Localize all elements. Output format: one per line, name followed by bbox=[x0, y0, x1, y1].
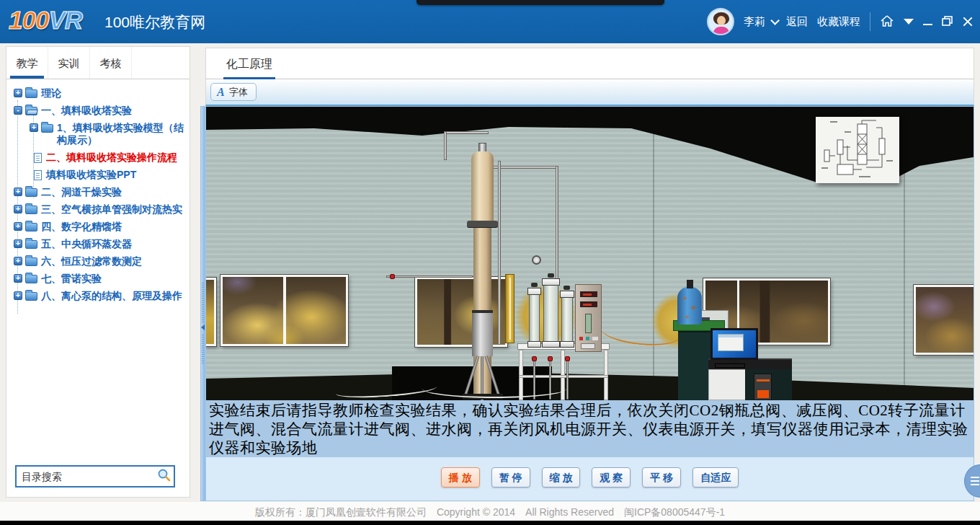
expand-plus-icon[interactable] bbox=[14, 239, 22, 248]
favorite-course-button[interactable]: 收藏课程 bbox=[817, 15, 860, 29]
tab-teaching[interactable]: 教学 bbox=[6, 47, 48, 79]
footer: 版权所有：厦门凤凰创壹软件有限公司 Copyright © 2014 All R… bbox=[0, 502, 980, 521]
search-input[interactable] bbox=[17, 471, 157, 482]
collapse-arrow-icon[interactable] bbox=[201, 325, 205, 330]
dropdown-triangle-icon[interactable] bbox=[904, 19, 914, 25]
sidebar-tabs: 教学 实训 考核 bbox=[6, 47, 190, 79]
sidebar-splitter[interactable] bbox=[200, 106, 205, 501]
back-button[interactable]: 返回 bbox=[786, 15, 808, 29]
cylinder-valve bbox=[687, 280, 693, 288]
tree-item-label: 二、填料吸收塔实验操作流程 bbox=[46, 151, 177, 164]
digital-display bbox=[580, 301, 597, 307]
document-icon bbox=[34, 153, 42, 163]
font-button[interactable]: A 字体 bbox=[210, 83, 257, 101]
minimize-icon[interactable] bbox=[923, 24, 932, 25]
panel-buttons bbox=[579, 337, 598, 340]
expand-plus-icon[interactable] bbox=[14, 291, 22, 300]
course-tree: 理论 一、填料吸收塔实验 1、填料吸收塔实验模型（结构展示） 二、填料吸收塔实验… bbox=[6, 80, 187, 454]
expand-plus-icon[interactable] bbox=[14, 89, 22, 97]
rotameter bbox=[543, 283, 558, 343]
tree-item-model-structure[interactable]: 1、填料吸收塔实验模型（结构展示） bbox=[14, 122, 187, 146]
logo-100: 100 bbox=[9, 6, 48, 34]
tree-item-centrifugal-pump[interactable]: 八、离心泵的结构、原理及操作 bbox=[14, 290, 187, 302]
valve-icon bbox=[532, 356, 537, 361]
pipe bbox=[444, 131, 489, 134]
expand-plus-icon[interactable] bbox=[14, 257, 22, 265]
avatar-face bbox=[717, 16, 726, 25]
keyboard bbox=[715, 363, 745, 368]
tree-item-central-evaporator[interactable]: 五、中央循环蒸发器 bbox=[14, 238, 187, 250]
viewer-toolbar: A 字体 bbox=[205, 79, 974, 106]
tree-item-packed-absorption[interactable]: 一、填料吸收塔实验 bbox=[14, 105, 187, 117]
flow-diagram-poster bbox=[816, 117, 899, 183]
window-far-right bbox=[914, 285, 974, 355]
tree-item-label: 一、填料吸收塔实验 bbox=[41, 105, 132, 117]
zoom-button[interactable]: 缩 放 bbox=[542, 467, 581, 488]
tree-item-operation-flow[interactable]: 二、填料吸收塔实验操作流程 bbox=[14, 151, 187, 164]
pipe bbox=[498, 161, 501, 345]
rotameter bbox=[529, 293, 540, 343]
font-button-label: 字体 bbox=[229, 86, 248, 99]
expand-plus-icon[interactable] bbox=[14, 188, 22, 196]
tree-item-label: 七、雷诺实验 bbox=[41, 273, 102, 285]
vr-scene[interactable] bbox=[206, 107, 974, 400]
avatar-body bbox=[713, 27, 729, 35]
collapse-minus-icon[interactable] bbox=[14, 106, 22, 115]
valve-icon bbox=[565, 356, 570, 361]
user-avatar[interactable] bbox=[707, 8, 734, 35]
home-icon[interactable] bbox=[880, 14, 894, 30]
window-left bbox=[220, 275, 348, 346]
tree-item-digital-distillation[interactable]: 四、数字化精馏塔 bbox=[14, 221, 187, 233]
tree-item-tunnel-drying[interactable]: 二、洞道干燥实验 bbox=[14, 186, 187, 198]
logo-vr: VR bbox=[48, 6, 82, 34]
level-indicator bbox=[585, 314, 592, 333]
observe-button[interactable]: 观 察 bbox=[592, 467, 631, 488]
valve-icon bbox=[390, 274, 395, 279]
folder-icon bbox=[25, 257, 37, 266]
auto-fit-button[interactable]: 自适应 bbox=[692, 467, 739, 488]
chevron-down-icon[interactable] bbox=[770, 16, 780, 25]
control-panel bbox=[575, 284, 602, 352]
tab-chemical-engineering[interactable]: 化工原理 bbox=[223, 48, 275, 79]
tree-item-experiment-ppt[interactable]: 填料吸收塔实验PPT bbox=[14, 169, 187, 181]
tree-item-label: 五、中央循环蒸发器 bbox=[41, 238, 132, 250]
pause-button[interactable]: 暂 停 bbox=[491, 467, 530, 488]
tree-item-theory[interactable]: 理论 bbox=[14, 87, 187, 100]
copyright-text: 版权所有：厦门凤凰创壹软件有限公司 Copyright © 2014 All R… bbox=[0, 506, 980, 519]
pipe bbox=[566, 361, 569, 400]
window-middle bbox=[415, 277, 507, 347]
column-flange bbox=[467, 221, 498, 227]
tree-item-reynolds[interactable]: 七、雷诺实验 bbox=[14, 273, 187, 285]
expand-plus-icon[interactable] bbox=[14, 222, 22, 231]
tree-item-label: 八、离心泵的结构、原理及操作 bbox=[41, 290, 182, 302]
folder-icon bbox=[25, 240, 37, 249]
tree-item-air-convection[interactable]: 三、空气横掠单管强制对流热实 bbox=[14, 203, 187, 216]
expand-plus-icon[interactable] bbox=[30, 123, 38, 132]
expand-plus-icon[interactable] bbox=[14, 274, 22, 283]
folder-icon bbox=[25, 275, 37, 283]
tab-assessment[interactable]: 考核 bbox=[90, 47, 132, 79]
pan-button[interactable]: 平 移 bbox=[642, 467, 681, 488]
rotameter-knob bbox=[564, 286, 570, 290]
catalog-search-box bbox=[15, 465, 175, 488]
tree-item-label: 四、数字化精馏塔 bbox=[41, 221, 122, 233]
expand-plus-icon[interactable] bbox=[14, 205, 22, 213]
folder-icon bbox=[25, 292, 37, 301]
search-icon[interactable] bbox=[157, 468, 171, 485]
folder-icon bbox=[25, 188, 37, 197]
tree-item-label: 三、空气横掠单管强制对流热实 bbox=[41, 203, 182, 216]
digital-display bbox=[580, 291, 597, 297]
pipe bbox=[493, 166, 558, 169]
tab-training[interactable]: 实训 bbox=[48, 47, 90, 79]
valve-icon bbox=[548, 356, 553, 361]
tree-item-constant-pressure-filtration[interactable]: 六、恒压过滤常数测定 bbox=[14, 255, 187, 268]
tree-item-label: 填料吸收塔实验PPT bbox=[46, 169, 136, 181]
pipe bbox=[444, 131, 447, 160]
close-icon[interactable] bbox=[963, 17, 973, 27]
restore-icon[interactable] bbox=[942, 16, 953, 28]
username[interactable]: 李莉 bbox=[744, 15, 765, 29]
site-logo[interactable]: 100VR bbox=[9, 6, 82, 35]
play-button[interactable]: 播 放 bbox=[441, 467, 480, 488]
computer-monitor bbox=[710, 328, 758, 360]
font-A-icon: A bbox=[217, 87, 225, 97]
